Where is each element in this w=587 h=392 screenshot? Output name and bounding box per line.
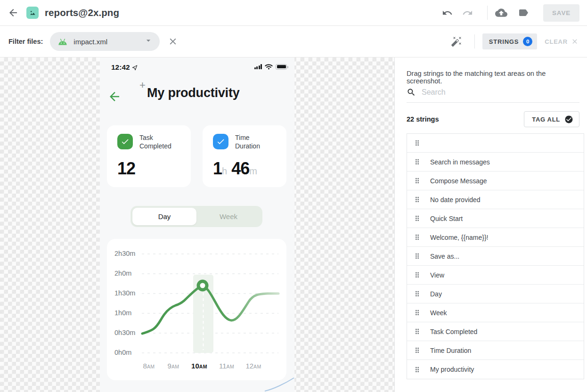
status-bar-time: 12:42 [111, 63, 139, 72]
top-bar: reports@2x.png SAVE [0, 0, 587, 26]
panel-instruction: Drag strings to the matching text areas … [407, 70, 579, 85]
phone-back-arrow-icon[interactable] [107, 90, 122, 106]
drag-handle-icon[interactable] [413, 309, 421, 317]
drag-handle-icon[interactable] [413, 346, 421, 354]
drag-handle-icon[interactable] [413, 271, 421, 279]
strings-count-badge: 0 [523, 37, 532, 46]
string-label: Compose Message [430, 177, 487, 185]
string-label: View [430, 271, 444, 279]
time-duration-card: Time Duration 1h 46m [203, 125, 286, 187]
divider [474, 34, 475, 49]
string-row[interactable]: Search in messages [407, 153, 584, 172]
divider [487, 6, 488, 20]
y-axis-label: 2h30m [114, 250, 143, 257]
y-axis-label: 0h30m [114, 329, 143, 336]
tag-icon[interactable] [518, 7, 529, 18]
x-axis-label-active: 10AM [187, 362, 212, 370]
location-arrow-icon [131, 63, 139, 71]
drag-handle-icon[interactable] [413, 327, 421, 335]
strings-list: Search in messages Compose Message No da… [407, 133, 584, 379]
y-axis-label: 1h30m [114, 289, 143, 297]
battery-icon [276, 64, 287, 70]
drag-handle-icon[interactable] [413, 158, 421, 166]
string-label: No date provided [430, 196, 481, 204]
strings-count-label: 22 strings [407, 115, 439, 123]
drag-handle-icon[interactable] [413, 290, 421, 298]
string-row[interactable]: Week [407, 303, 584, 322]
save-button[interactable]: SAVE [543, 4, 579, 22]
string-row[interactable]: Compose Message [407, 172, 584, 190]
string-row[interactable]: No date provided [407, 190, 584, 209]
check-circle-icon [564, 115, 573, 124]
day-week-toggle: Day Week [130, 206, 262, 227]
string-row[interactable]: View [407, 266, 584, 285]
green-check-icon [117, 134, 133, 149]
clear-label: CLEAR [545, 38, 568, 45]
clear-button[interactable]: CLEAR [545, 38, 579, 45]
string-label: Quick Start [430, 215, 463, 222]
productivity-chart: 2h30m 2h0m 1h30m 1h0m 0h30m 0h0m 8AM 9AM… [107, 239, 286, 380]
page-title: reports@2x.png [45, 7, 119, 18]
chevron-down-icon [144, 36, 153, 47]
string-row[interactable]: Task Completed [407, 322, 584, 341]
toggle-day[interactable]: Day [132, 208, 196, 225]
string-row[interactable]: Day [407, 285, 584, 303]
magic-wand-icon[interactable] [451, 36, 462, 47]
wifi-icon [265, 64, 273, 70]
toggle-week[interactable]: Week [196, 208, 261, 225]
y-axis-label: 2h0m [114, 270, 143, 277]
search-input[interactable] [422, 88, 563, 97]
stat-value: 12 [117, 159, 135, 179]
redo-icon[interactable] [462, 8, 473, 18]
tag-all-button[interactable]: TAG ALL [524, 111, 579, 127]
app-window: reports@2x.png SAVE Filter files: imp [0, 0, 587, 392]
y-axis-label: 0h0m [114, 349, 143, 356]
string-label: Task Completed [430, 328, 477, 335]
string-row[interactable]: Save as... [407, 247, 584, 266]
string-label: Save as... [430, 253, 459, 260]
tag-all-label: TAG ALL [532, 116, 560, 123]
screenshot-preview[interactable]: 12:42 + My productivity Task Completed [100, 57, 294, 392]
drag-handle-icon[interactable] [413, 177, 421, 185]
strings-label: STRINGS [489, 38, 519, 45]
signal-icon [254, 64, 262, 69]
drag-handle-icon[interactable] [413, 233, 421, 241]
string-label: Welcome, {{name}}! [430, 234, 488, 241]
stat-label: Task Completed [139, 134, 179, 150]
filter-files-label: Filter files: [8, 38, 43, 45]
strings-panel: Drag strings to the matching text areas … [394, 57, 587, 392]
string-row[interactable]: Time Duration [407, 341, 584, 360]
drag-handle-icon[interactable] [413, 214, 421, 222]
close-icon [571, 38, 579, 45]
phone-screen-title: My productivity [147, 86, 240, 100]
string-row[interactable] [407, 134, 584, 153]
back-icon[interactable] [8, 7, 19, 18]
string-row[interactable]: Welcome, {{name}}! [407, 228, 584, 247]
file-filter-value: impact.xml [73, 38, 107, 46]
clear-filter-icon[interactable] [168, 36, 178, 47]
string-label: Search in messages [430, 158, 490, 166]
drag-handle-icon[interactable] [413, 252, 421, 260]
string-label: Day [430, 290, 442, 298]
decorative-curve [264, 376, 294, 392]
drag-handle-icon[interactable] [413, 366, 421, 374]
drag-handle-icon[interactable] [413, 196, 421, 204]
file-filter-dropdown[interactable]: impact.xml [50, 32, 160, 51]
x-axis-label: 11AM [214, 362, 239, 370]
image-file-icon [26, 7, 39, 19]
y-axis-label: 1h0m [114, 309, 143, 317]
drag-handle-icon[interactable] [413, 139, 421, 147]
phone-add-button[interactable]: + [139, 79, 146, 91]
blue-check-icon [213, 134, 228, 149]
string-label: Time Duration [430, 347, 471, 354]
string-row[interactable]: Quick Start [407, 209, 584, 228]
x-axis-label: 9AM [161, 362, 186, 370]
undo-icon[interactable] [442, 8, 453, 18]
strings-toggle-button[interactable]: STRINGS 0 [482, 33, 537, 49]
search-icon [407, 88, 416, 97]
string-label: My productivity [430, 366, 474, 373]
string-label: Week [430, 309, 447, 317]
status-bar-icons [254, 64, 287, 70]
string-row[interactable]: My productivity [407, 360, 584, 379]
cloud-upload-icon[interactable] [495, 7, 507, 19]
